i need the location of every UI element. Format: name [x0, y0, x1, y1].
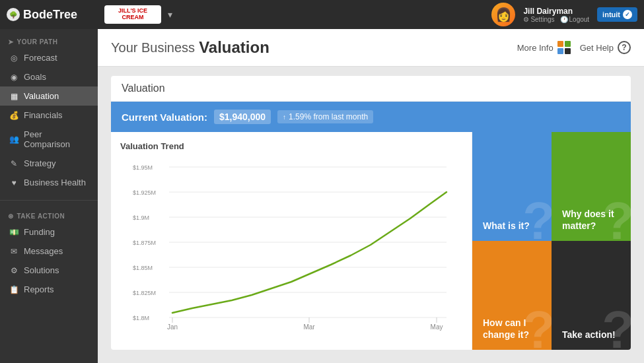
tile-how-label: How can I change it? [483, 317, 541, 341]
main-layout: ➤ YOUR PATH ◎ Forecast ◉ Goals ▦ Valuati… [0, 29, 644, 363]
chart-container: Valuation Trend $1.95M $1.925M $1.9M $1.… [111, 132, 472, 350]
page-title-prefix: Your Business [111, 40, 195, 55]
sidebar-item-solutions[interactable]: ⚙ Solutions [0, 261, 98, 280]
page-actions: More Info Get Help ? [517, 41, 631, 54]
get-help-button[interactable]: Get Help ? [580, 41, 631, 54]
tile-what-label: What is it? [483, 220, 530, 232]
logo-label: BodeTree [23, 8, 77, 22]
svg-text:$1.8M: $1.8M [133, 315, 149, 321]
sidebar-item-funding-label: Funding [24, 227, 55, 237]
sidebar-item-financials[interactable]: 💰 Financials [0, 106, 98, 125]
help-circle-icon: ? [618, 41, 631, 54]
grid-cell-2 [565, 41, 571, 47]
sidebar-item-strategy[interactable]: ✎ Strategy [0, 154, 98, 173]
sidebar-item-forecast-label: Forecast [24, 53, 57, 63]
settings-link[interactable]: ⚙ Settings [523, 16, 554, 23]
svg-text:$1.85M: $1.85M [133, 265, 153, 271]
change-text: 1.59% from last month [289, 112, 368, 121]
tile-take-action[interactable]: ? Take action! [552, 241, 631, 350]
business-selector: JILL'S ICE CREAM ▾ [98, 5, 491, 24]
sidebar-item-reports[interactable]: 📋 Reports [0, 280, 98, 299]
svg-text:$1.95M: $1.95M [133, 164, 153, 171]
valuation-change: ↑ 1.59% from last month [277, 110, 373, 123]
svg-text:Jan: Jan [167, 323, 178, 331]
svg-text:Mar: Mar [303, 323, 315, 331]
valuation-chart: $1.95M $1.925M $1.9M $1.875M $1.85M $1.8… [120, 158, 462, 336]
page-title-area: Your Business Valuation [111, 38, 269, 57]
grid-cell-1 [557, 41, 563, 47]
sidebar-item-health-label: Business Health [24, 178, 86, 187]
peer-icon: 👥 [9, 135, 18, 144]
valuation-bar: Current Valuation: $1,940,000 ↑ 1.59% fr… [111, 102, 631, 132]
sidebar-item-strategy-label: Strategy [24, 158, 55, 168]
sidebar-item-reports-label: Reports [24, 284, 54, 294]
get-help-label: Get Help [580, 43, 614, 53]
take-action-icon: ⊛ [8, 213, 14, 220]
avatar-image: 👩 [495, 7, 512, 22]
sidebar-item-funding[interactable]: 💵 Funding [0, 222, 98, 242]
tile-what-is-it[interactable]: ? What is it? [472, 132, 552, 241]
tile-why-matter[interactable]: ? Why does it matter? [552, 132, 631, 241]
more-info-grid-icon [557, 41, 571, 54]
page-header: Your Business Valuation More Info Get He… [98, 29, 644, 67]
sidebar-item-financials-label: Financials [24, 110, 63, 120]
change-arrow-icon: ↑ [283, 114, 286, 121]
solutions-icon: ⚙ [9, 266, 18, 275]
valuation-amount: $1,940,000 [214, 110, 271, 124]
app-logo: 🌳 BodeTree [7, 8, 77, 22]
valuation-icon: ▦ [9, 92, 18, 101]
take-action-section: ⊛ TAKE ACTION 💵 Funding ✉ Messages ⚙ Sol… [0, 203, 98, 304]
sidebar-divider [0, 200, 98, 201]
business-dropdown-arrow[interactable]: ▾ [168, 9, 172, 20]
intuit-check-icon: ✓ [623, 10, 632, 19]
more-info-label: More Info [517, 43, 554, 53]
logout-link[interactable]: 🕐 Logout [560, 16, 590, 23]
business-name: JILL'S ICE CREAM [110, 8, 156, 21]
intuit-badge: intuit ✓ [597, 7, 637, 22]
take-action-header: ⊛ TAKE ACTION [0, 209, 98, 222]
logo-icon: 🌳 [7, 8, 20, 21]
valuation-bar-label: Current Valuation: [122, 112, 207, 123]
sidebar-item-valuation-label: Valuation [24, 91, 59, 101]
chart-info-row: Valuation Trend $1.95M $1.925M $1.9M $1.… [111, 132, 631, 350]
sidebar-item-business-health[interactable]: ♥ Business Health [0, 173, 98, 192]
sidebar-item-solutions-label: Solutions [24, 265, 59, 275]
chart-svg-area: $1.95M $1.925M $1.9M $1.875M $1.85M $1.8… [120, 158, 462, 336]
sidebar-item-peer-label: Peer Comparison [24, 129, 89, 149]
your-path-section: ➤ YOUR PATH ◎ Forecast ◉ Goals ▦ Valuati… [0, 29, 98, 197]
tile-how-change[interactable]: ? How can I change it? [472, 241, 552, 350]
sidebar: ➤ YOUR PATH ◎ Forecast ◉ Goals ▦ Valuati… [0, 29, 98, 363]
business-logo[interactable]: JILL'S ICE CREAM [104, 5, 161, 24]
grid-cell-4 [565, 48, 571, 54]
chart-title: Valuation Trend [120, 141, 462, 151]
svg-text:$1.9M: $1.9M [133, 214, 149, 221]
forecast-icon: ◎ [9, 53, 18, 63]
your-path-header: ➤ YOUR PATH [0, 34, 98, 48]
your-path-icon: ➤ [8, 38, 14, 46]
top-bar-right: 👩 Jill Dairyman ⚙ Settings 🕐 Logout intu… [491, 3, 644, 26]
sidebar-item-messages[interactable]: ✉ Messages [0, 242, 98, 261]
health-icon: ♥ [9, 178, 18, 187]
valuation-card: Valuation Current Valuation: $1,940,000 … [111, 76, 631, 350]
logo-area: 🌳 BodeTree [0, 0, 98, 29]
sidebar-item-forecast[interactable]: ◎ Forecast [0, 48, 98, 67]
user-name: Jill Dairyman [523, 7, 589, 16]
page-content: Valuation Current Valuation: $1,940,000 … [98, 67, 644, 363]
user-actions: ⚙ Settings 🕐 Logout [523, 16, 589, 23]
sidebar-item-messages-label: Messages [24, 246, 63, 256]
goals-icon: ◉ [9, 73, 18, 82]
card-title: Valuation [111, 76, 631, 102]
grid-cell-3 [557, 48, 563, 54]
user-avatar: 👩 [491, 3, 515, 26]
top-bar: 🌳 BodeTree JILL'S ICE CREAM ▾ 👩 Jill Dai… [0, 0, 644, 29]
svg-text:May: May [431, 323, 443, 331]
more-info-button[interactable]: More Info [517, 41, 571, 54]
sidebar-item-goals[interactable]: ◉ Goals [0, 67, 98, 86]
tile-bg-question-1: ? [522, 195, 552, 241]
tile-bg-question-4: ? [602, 304, 631, 350]
tile-why-label: Why does it matter? [562, 208, 620, 232]
sidebar-item-valuation[interactable]: ▦ Valuation [0, 86, 98, 106]
user-info: Jill Dairyman ⚙ Settings 🕐 Logout [523, 7, 589, 23]
content-area: Your Business Valuation More Info Get He… [98, 29, 644, 363]
sidebar-item-peer-comparison[interactable]: 👥 Peer Comparison [0, 125, 98, 154]
